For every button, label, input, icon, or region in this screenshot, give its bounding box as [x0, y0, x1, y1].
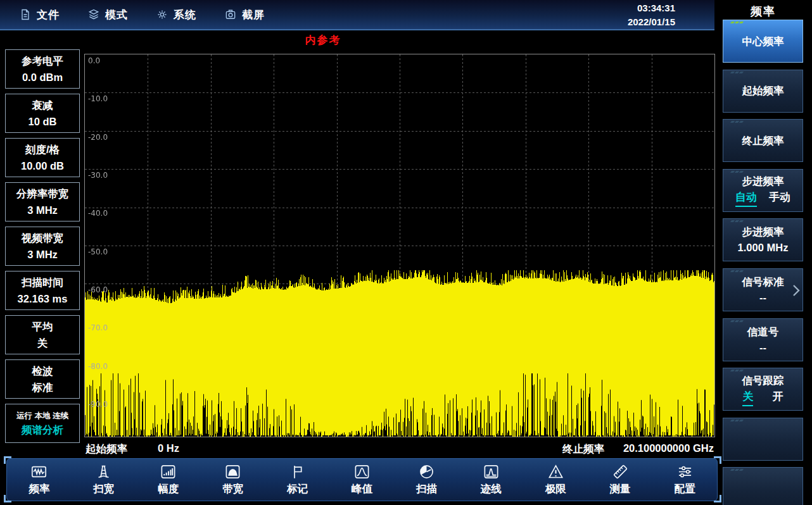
softkey-indicator — [731, 420, 743, 421]
menu-item-screenshot[interactable]: 截屏 — [224, 8, 265, 22]
softkey-step-freq-value[interactable]: 步进频率 1.000 MHz — [723, 218, 803, 261]
waveform-icon — [30, 463, 48, 480]
y-tick: -30.0 — [88, 171, 108, 180]
toolbar-corner-bracket — [4, 456, 11, 464]
softkey-indicator — [731, 320, 743, 322]
y-tick: -40.0 — [88, 209, 108, 218]
status-box: 运行 本地 连续 频谱分析 — [5, 404, 80, 443]
softkey-signal-standard[interactable]: 信号标准 -- — [723, 268, 803, 311]
start-freq-label: 起始频率 — [86, 442, 127, 456]
measurement-readout-panel: 参考电平 0.0 dBm 衰减 10 dB 刻度/格 10.00 dB 分辨率带… — [5, 49, 80, 443]
softkey-step-freq-mode[interactable]: 步进频率 自动 手动 — [723, 169, 803, 212]
start-freq-value: 0 Hz — [158, 442, 179, 454]
toolbar-item-amplitude[interactable]: 幅度 — [136, 463, 201, 496]
file-icon — [19, 8, 32, 21]
softkey-indicator — [731, 171, 743, 173]
sweep-icon — [418, 463, 435, 480]
y-tick: -50.0 — [88, 247, 108, 256]
function-toolbar: 频率 扫宽 幅度 带宽 标记 峰值 — [6, 458, 718, 501]
softkey-channel-number[interactable]: 信道号 -- — [723, 318, 803, 361]
bars-icon — [160, 463, 177, 480]
softkey-signal-tracking[interactable]: 信号跟踪 关 开 — [723, 368, 803, 411]
menu-item-mode[interactable]: 模式 — [87, 8, 128, 22]
toolbar-item-sweep[interactable]: 扫描 — [394, 463, 459, 496]
y-tick: -90.0 — [88, 400, 108, 409]
toolbar-item-peak[interactable]: 峰值 — [330, 463, 395, 496]
limit-icon — [547, 463, 564, 480]
screenshot-icon — [224, 8, 237, 21]
clock: 03:34:31 2022/01/15 — [628, 1, 675, 29]
menu-item-label: 截屏 — [242, 8, 265, 22]
status-line: 运行 本地 连续 — [16, 409, 68, 422]
menu-item-system[interactable]: 系统 — [156, 8, 196, 22]
readout-detector: 检波 标准 — [5, 359, 80, 399]
toolbar-corner-bracket — [714, 456, 721, 464]
measure-icon — [612, 463, 629, 480]
toggle-option-auto[interactable]: 自动 — [735, 189, 757, 207]
dome-icon — [224, 463, 241, 480]
toggle-option-on[interactable]: 开 — [773, 389, 783, 406]
readout-vbw: 视频带宽 3 MHz — [5, 227, 80, 266]
softkey-indicator — [731, 22, 743, 23]
toggle-option-off[interactable]: 关 — [742, 389, 753, 406]
softkey-stop-frequency[interactable]: 终止频率 — [723, 119, 803, 162]
mode-icon — [87, 8, 100, 21]
toolbar-item-frequency[interactable]: 频率 — [7, 463, 72, 496]
softkey-blank-2[interactable] — [723, 467, 803, 505]
signal-tracking-toggle[interactable]: 关 开 — [723, 389, 802, 406]
y-tick: -80.0 — [88, 362, 108, 371]
softkey-blank-1[interactable] — [723, 418, 803, 461]
readout-average: 平均 关 — [5, 315, 80, 354]
softkey-indicator — [731, 370, 743, 371]
softkey-indicator — [731, 121, 743, 123]
y-tick: -70.0 — [88, 323, 108, 332]
stop-freq-label: 终止频率 — [562, 442, 604, 456]
config-icon — [676, 463, 694, 480]
toolbar-item-config[interactable]: 配置 — [652, 463, 717, 496]
flag-icon — [289, 463, 306, 480]
toolbar-corner-bracket — [4, 495, 11, 502]
reference-source-label: 内参考 — [285, 33, 361, 47]
softkey-start-frequency[interactable]: 起始频率 — [723, 70, 803, 113]
toolbar-item-measure[interactable]: 测量 — [588, 463, 652, 496]
readout-rbw: 分辨率带宽 3 MHz — [5, 182, 80, 221]
tower-icon — [95, 463, 112, 480]
y-tick: -10.0 — [88, 94, 108, 103]
menu-item-file[interactable]: 文件 — [19, 8, 60, 22]
toolbar-corner-bracket — [714, 495, 721, 502]
toolbar-item-limit[interactable]: 极限 — [523, 463, 588, 496]
trace-icon — [483, 463, 500, 480]
toggle-option-manual[interactable]: 手动 — [769, 189, 790, 207]
softkey-indicator — [731, 72, 743, 73]
readout-ref-level: 参考电平 0.0 dBm — [5, 49, 80, 89]
toolbar-item-trace[interactable]: 迹线 — [459, 463, 523, 496]
clock-date: 2022/01/15 — [628, 15, 675, 29]
toolbar-item-marker[interactable]: 标记 — [265, 463, 330, 496]
softkey-panel-title: 频率 — [714, 4, 812, 19]
readout-attenuation: 衰减 10 dB — [5, 94, 80, 133]
softkey-indicator — [731, 469, 743, 471]
softkey-indicator — [731, 220, 743, 222]
top-menu: 文件 模式 系统 截屏 — [0, 8, 265, 22]
softkey-center-frequency[interactable]: 中心频率 — [723, 20, 803, 63]
readout-sweep-time: 扫描时间 32.163 ms — [5, 271, 80, 310]
top-menu-bar: 文件 模式 系统 截屏 03:34:31 2022/01/15 — [0, 0, 714, 30]
y-tick: -20.0 — [88, 133, 108, 142]
spectrum-display: 0.0 -10.0 -20.0 -30.0 -40.0 -50.0 -60.0 … — [84, 54, 715, 437]
menu-item-label: 模式 — [105, 8, 128, 22]
menu-item-label: 文件 — [37, 8, 60, 22]
y-tick: 0.0 — [88, 56, 100, 65]
system-icon — [156, 8, 168, 21]
status-mode: 频谱分析 — [22, 422, 63, 437]
softkey-column: 中心频率 起始频率 终止频率 步进频率 自动 手动 步进频率 1.000 MHz… — [723, 20, 803, 505]
spectrum-canvas — [85, 54, 714, 437]
stop-freq-value: 20.100000000 GHz — [623, 442, 714, 456]
toolbar-item-span[interactable]: 扫宽 — [72, 463, 136, 496]
chevron-right-icon — [792, 283, 801, 298]
softkey-indicator — [731, 270, 743, 272]
peak-icon — [353, 463, 371, 480]
step-mode-toggle[interactable]: 自动 手动 — [723, 189, 802, 207]
menu-item-label: 系统 — [174, 8, 196, 22]
toolbar-item-bandwidth[interactable]: 带宽 — [201, 463, 265, 496]
readout-scale-per-div: 刻度/格 10.00 dB — [5, 138, 80, 177]
